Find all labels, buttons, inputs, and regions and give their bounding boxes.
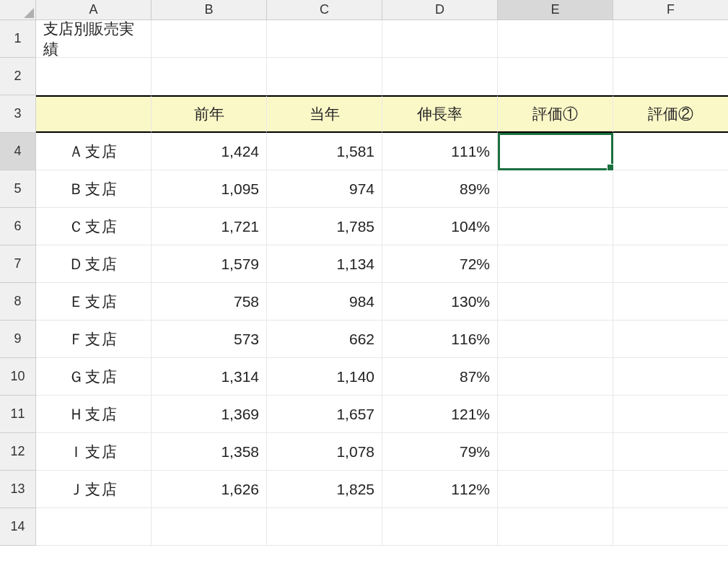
cell-B8[interactable]: 758 [152, 283, 267, 321]
cell-A7[interactable]: Ｄ支店 [36, 245, 152, 283]
cell-A1[interactable]: 支店別販売実績 [36, 20, 152, 58]
cell-F8[interactable] [613, 283, 728, 321]
cell-B11[interactable]: 1,369 [152, 396, 267, 433]
cell-E8[interactable] [498, 283, 613, 321]
cell-A13[interactable]: Ｊ支店 [36, 471, 152, 508]
cell-E6[interactable] [498, 208, 613, 245]
cell-B10[interactable]: 1,314 [152, 358, 267, 396]
cell-F5[interactable] [613, 170, 728, 208]
row-header-12[interactable]: 12 [0, 433, 36, 471]
cell-D13[interactable]: 112% [382, 471, 498, 508]
cell-D9[interactable]: 116% [382, 321, 498, 358]
cell-D14[interactable] [382, 508, 498, 546]
row-header-8[interactable]: 8 [0, 283, 36, 321]
cell-F12[interactable] [613, 433, 728, 471]
cell-B5[interactable]: 1,095 [152, 170, 267, 208]
cell-E14[interactable] [498, 508, 613, 546]
cell-A3[interactable] [36, 95, 152, 133]
cell-F14[interactable] [613, 508, 728, 546]
cell-C11[interactable]: 1,657 [267, 396, 382, 433]
cell-B9[interactable]: 573 [152, 321, 267, 358]
row-header-10[interactable]: 10 [0, 358, 36, 396]
cell-C4[interactable]: 1,581 [267, 133, 382, 170]
cell-C10[interactable]: 1,140 [267, 358, 382, 396]
cell-C8[interactable]: 984 [267, 283, 382, 321]
cell-A5[interactable]: Ｂ支店 [36, 170, 152, 208]
cell-E3[interactable]: 評価① [498, 95, 613, 133]
cell-E12[interactable] [498, 433, 613, 471]
cell-F7[interactable] [613, 245, 728, 283]
cell-D6[interactable]: 104% [382, 208, 498, 245]
col-header-B[interactable]: B [152, 0, 267, 20]
cell-C6[interactable]: 1,785 [267, 208, 382, 245]
cell-C14[interactable] [267, 508, 382, 546]
cell-C12[interactable]: 1,078 [267, 433, 382, 471]
cell-F9[interactable] [613, 321, 728, 358]
cell-A9[interactable]: Ｆ支店 [36, 321, 152, 358]
cell-C2[interactable] [267, 58, 382, 95]
cell-B6[interactable]: 1,721 [152, 208, 267, 245]
cell-E7[interactable] [498, 245, 613, 283]
cell-A12[interactable]: Ｉ支店 [36, 433, 152, 471]
cell-D10[interactable]: 87% [382, 358, 498, 396]
cell-B1[interactable] [152, 20, 267, 58]
cell-F3[interactable]: 評価② [613, 95, 728, 133]
cell-E5[interactable] [498, 170, 613, 208]
row-header-5[interactable]: 5 [0, 170, 36, 208]
cell-D7[interactable]: 72% [382, 245, 498, 283]
col-header-C[interactable]: C [267, 0, 382, 20]
row-header-1[interactable]: 1 [0, 20, 36, 58]
cell-D3[interactable]: 伸長率 [382, 95, 498, 133]
cell-E10[interactable] [498, 358, 613, 396]
row-header-14[interactable]: 14 [0, 508, 36, 546]
row-header-9[interactable]: 9 [0, 321, 36, 358]
cell-B2[interactable] [152, 58, 267, 95]
col-header-A[interactable]: A [36, 0, 152, 20]
cell-A8[interactable]: Ｅ支店 [36, 283, 152, 321]
cell-D1[interactable] [382, 20, 498, 58]
row-header-3[interactable]: 3 [0, 95, 36, 133]
cell-A4[interactable]: Ａ支店 [36, 133, 152, 170]
cell-B4[interactable]: 1,424 [152, 133, 267, 170]
cell-F10[interactable] [613, 358, 728, 396]
cell-F1[interactable] [613, 20, 728, 58]
cell-D4[interactable]: 111% [382, 133, 498, 170]
col-header-F[interactable]: F [613, 0, 728, 20]
cell-D8[interactable]: 130% [382, 283, 498, 321]
cell-B3[interactable]: 前年 [152, 95, 267, 133]
cell-B13[interactable]: 1,626 [152, 471, 267, 508]
cell-E11[interactable] [498, 396, 613, 433]
cell-E9[interactable] [498, 321, 613, 358]
row-header-11[interactable]: 11 [0, 396, 36, 433]
cell-A10[interactable]: Ｇ支店 [36, 358, 152, 396]
cell-A11[interactable]: Ｈ支店 [36, 396, 152, 433]
cell-C3[interactable]: 当年 [267, 95, 382, 133]
cell-F6[interactable] [613, 208, 728, 245]
cell-A6[interactable]: Ｃ支店 [36, 208, 152, 245]
cell-C9[interactable]: 662 [267, 321, 382, 358]
cell-E2[interactable] [498, 58, 613, 95]
row-header-13[interactable]: 13 [0, 471, 36, 508]
col-header-D[interactable]: D [382, 0, 498, 20]
cell-D11[interactable]: 121% [382, 396, 498, 433]
cell-F2[interactable] [613, 58, 728, 95]
cell-B7[interactable]: 1,579 [152, 245, 267, 283]
cell-F13[interactable] [613, 471, 728, 508]
row-header-4[interactable]: 4 [0, 133, 36, 170]
row-header-2[interactable]: 2 [0, 58, 36, 95]
cell-A14[interactable] [36, 508, 152, 546]
cell-C7[interactable]: 1,134 [267, 245, 382, 283]
cell-C5[interactable]: 974 [267, 170, 382, 208]
row-header-7[interactable]: 7 [0, 245, 36, 283]
row-header-6[interactable]: 6 [0, 208, 36, 245]
cell-C13[interactable]: 1,825 [267, 471, 382, 508]
cell-E13[interactable] [498, 471, 613, 508]
cell-C1[interactable] [267, 20, 382, 58]
cell-A2[interactable] [36, 58, 152, 95]
cell-B12[interactable]: 1,358 [152, 433, 267, 471]
cell-B14[interactable] [152, 508, 267, 546]
cell-D2[interactable] [382, 58, 498, 95]
col-header-E[interactable]: E [498, 0, 613, 20]
cell-E1[interactable] [498, 20, 613, 58]
cell-D12[interactable]: 79% [382, 433, 498, 471]
